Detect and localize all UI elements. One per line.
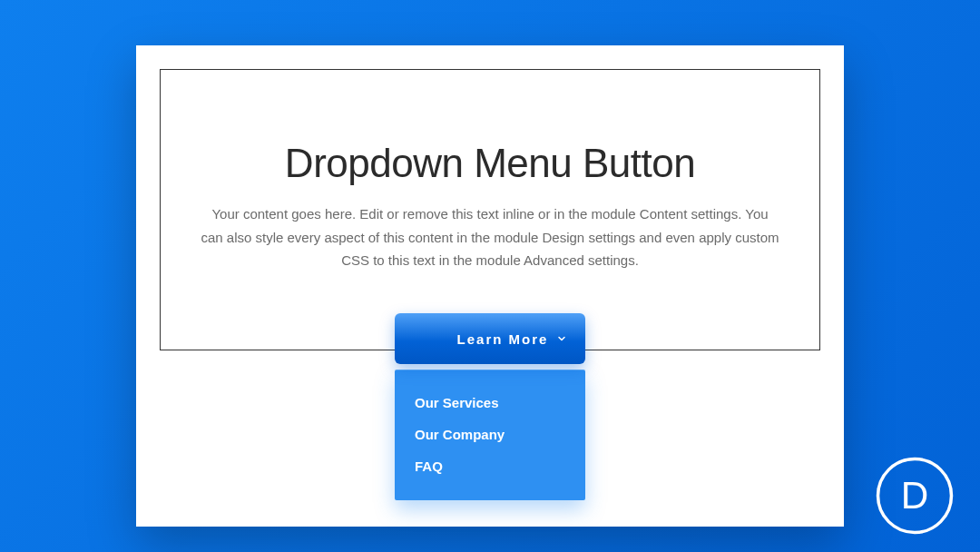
- page-description: Your content goes here. Edit or remove t…: [200, 202, 780, 272]
- brand-letter: D: [901, 474, 929, 517]
- content-card: Dropdown Menu Button Your content goes h…: [136, 45, 844, 527]
- chevron-down-icon: [556, 333, 567, 344]
- learn-more-button[interactable]: Learn More: [395, 313, 585, 364]
- dropdown-item-company[interactable]: Our Company: [415, 419, 565, 450]
- brand-logo-icon: D: [875, 456, 955, 536]
- dropdown-item-services[interactable]: Our Services: [415, 387, 565, 419]
- content-frame: Dropdown Menu Button Your content goes h…: [160, 69, 820, 350]
- dropdown-item-faq[interactable]: FAQ: [415, 450, 565, 482]
- page-title: Dropdown Menu Button: [197, 141, 783, 186]
- dropdown-panel: Our Services Our Company FAQ: [395, 370, 585, 500]
- dropdown-container: Learn More Our Services Our Company FAQ: [395, 313, 585, 500]
